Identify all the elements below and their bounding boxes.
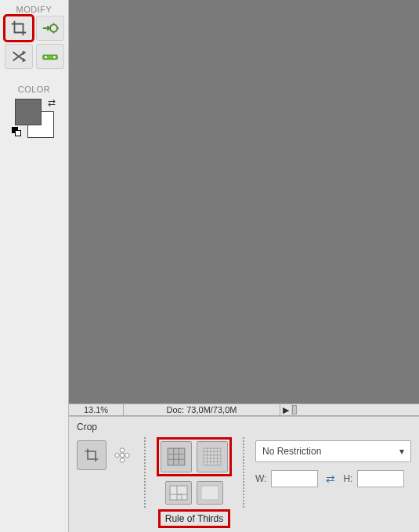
crop-left-controls [77, 437, 133, 470]
scrollbar-thumb[interactable] [292, 405, 297, 414]
svg-point-3 [53, 56, 56, 59]
aspect-column: No Restriction ▾ W: ⇄ H: [255, 437, 411, 487]
overlay-highlight-box [157, 437, 232, 476]
default-colors-button[interactable] [12, 127, 23, 138]
grid-3x3-icon [166, 447, 186, 467]
horizontal-scrollbar[interactable] [291, 404, 419, 415]
crop-tool-button[interactable] [5, 16, 33, 41]
dimensions-row: W: ⇄ H: [255, 470, 411, 487]
aspect-ratio-dropdown[interactable]: No Restriction ▾ [255, 440, 411, 462]
height-input[interactable] [357, 470, 404, 487]
width-label: W: [255, 473, 266, 484]
gear-arrow-icon [42, 20, 59, 37]
modify-section-label: MODIFY [16, 5, 52, 14]
crop-suggestions-button[interactable] [111, 444, 133, 466]
svg-point-2 [45, 56, 47, 59]
svg-point-7 [115, 453, 120, 458]
overlay-row-2 [165, 481, 223, 505]
none-overlay-button[interactable] [197, 481, 223, 505]
swap-dimensions-icon[interactable]: ⇄ [323, 472, 338, 485]
crossed-arrows-icon [10, 48, 27, 65]
svg-rect-12 [201, 486, 219, 500]
overlay-name-label: Rule of Thirds [158, 509, 230, 528]
svg-point-5 [120, 448, 125, 453]
svg-rect-9 [168, 448, 185, 465]
straighten-tool-button[interactable] [36, 44, 64, 69]
document-size-info: Doc: 73,0M/73,0M [124, 404, 280, 415]
svg-point-6 [120, 458, 125, 463]
zoom-level[interactable]: 13.1% [69, 404, 124, 415]
golden-ratio-icon [169, 485, 188, 501]
grid-overlay-button[interactable] [197, 441, 228, 472]
crop-mode-button[interactable] [77, 440, 107, 470]
separator [144, 437, 146, 508]
aspect-ratio-value: No Restriction [262, 446, 321, 457]
recompose-tool-button[interactable] [36, 16, 64, 41]
height-label: H: [343, 473, 352, 484]
straighten-icon [42, 50, 59, 63]
info-menu-arrow-icon[interactable]: ▶ [280, 405, 291, 415]
flower-icon [114, 447, 131, 464]
blank-icon [200, 485, 219, 501]
color-section-label: COLOR [18, 85, 51, 94]
tools-sidebar: MODIFY CO [0, 0, 69, 532]
crop-icon [10, 20, 27, 37]
color-section: COLOR ⇄ [12, 80, 57, 138]
crop-icon [84, 447, 99, 463]
svg-point-4 [120, 453, 125, 458]
color-swatches: ⇄ [12, 97, 57, 138]
swap-colors-icon[interactable]: ⇄ [48, 97, 56, 108]
svg-point-8 [125, 453, 130, 458]
status-bar: 13.1% Doc: 73,0M/73,0M ▶ [69, 404, 419, 416]
crop-panel-title: Crop [77, 422, 411, 432]
grid-dense-icon [202, 447, 222, 467]
crop-options-panel: Crop [69, 416, 419, 532]
svg-rect-11 [170, 486, 187, 500]
chevron-down-icon: ▾ [399, 446, 404, 457]
foreground-color-swatch[interactable] [15, 99, 42, 125]
separator [243, 437, 244, 508]
golden-ratio-overlay-button[interactable] [165, 481, 192, 505]
content-aware-move-button[interactable] [5, 44, 33, 69]
modify-tool-grid [2, 16, 67, 69]
document-canvas[interactable] [69, 0, 419, 404]
width-input[interactable] [271, 470, 318, 487]
overlay-column: Rule of Thirds [157, 437, 232, 528]
svg-rect-10 [204, 448, 221, 465]
rule-of-thirds-overlay-button[interactable] [161, 441, 192, 472]
